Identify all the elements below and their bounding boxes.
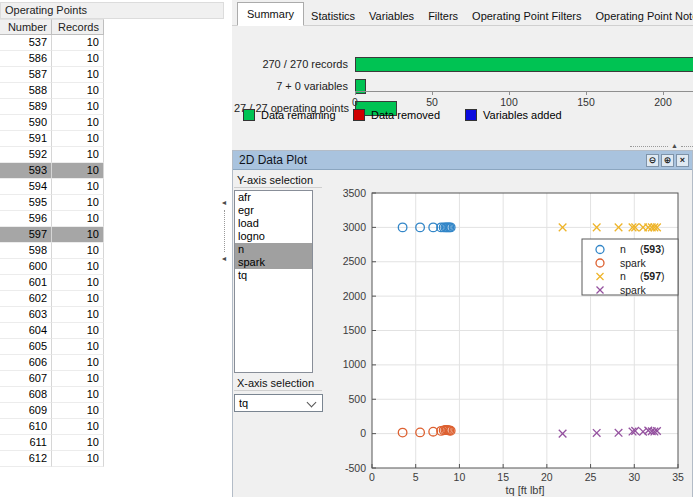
table-row[interactable]: 53710: [0, 35, 224, 51]
number-cell: 590: [0, 115, 52, 131]
table-row[interactable]: 59510: [0, 195, 224, 211]
number-cell: 593: [0, 163, 52, 179]
number-cell: 592: [0, 147, 52, 163]
records-cell: 10: [52, 259, 104, 275]
summary-x-axis: [355, 91, 693, 92]
number-cell: 612: [0, 451, 52, 467]
legend-swatch: [465, 109, 477, 121]
number-cell: 594: [0, 179, 52, 195]
table-row[interactable]: 59110: [0, 131, 224, 147]
y-axis-item-spark[interactable]: spark: [235, 256, 312, 269]
tab-summary[interactable]: Summary: [237, 2, 304, 26]
svg-text:3000: 3000: [343, 221, 367, 233]
vertical-splitter[interactable]: ◄ ◄: [218, 198, 230, 264]
svg-text:0: 0: [369, 471, 375, 483]
tab-filters[interactable]: Filters: [421, 5, 465, 26]
records-cell: 10: [52, 355, 104, 371]
number-cell: 608: [0, 387, 52, 403]
column-header-number: Number: [0, 19, 52, 35]
svg-text:2000: 2000: [343, 290, 367, 302]
table-row[interactable]: 61110: [0, 435, 224, 451]
legend-label: Data remaining: [261, 109, 336, 121]
table-row[interactable]: 61210: [0, 451, 224, 467]
number-cell: 607: [0, 371, 52, 387]
horizontal-splitter[interactable]: ▲: [232, 142, 693, 150]
chevron-down-icon: [307, 398, 317, 408]
axis-tick-label: 200: [648, 96, 678, 108]
table-row[interactable]: 59810: [0, 243, 224, 259]
number-cell: 588: [0, 83, 52, 99]
table-row[interactable]: 60810: [0, 387, 224, 403]
number-cell: 600: [0, 259, 52, 275]
table-row[interactable]: 60910: [0, 403, 224, 419]
table-row[interactable]: 60610: [0, 355, 224, 371]
y-axis-item-load[interactable]: load: [235, 217, 312, 230]
table-row[interactable]: 60510: [0, 339, 224, 355]
tab-statistics[interactable]: Statistics: [304, 5, 362, 26]
table-row[interactable]: 59010: [0, 115, 224, 131]
records-cell: 10: [52, 99, 104, 115]
table-row[interactable]: 59410: [0, 179, 224, 195]
y-axis-item-n[interactable]: n: [235, 243, 312, 256]
splitter-handle[interactable]: [630, 146, 668, 147]
y-axis-item-egr[interactable]: egr: [235, 204, 312, 217]
table-header-row: NumberRecords: [0, 19, 224, 35]
table-row[interactable]: 60110: [0, 275, 224, 291]
data-editor-panel: SummaryStatisticsVariablesFiltersOperati…: [232, 0, 693, 142]
number-cell: 602: [0, 291, 52, 307]
table-row[interactable]: 59710: [0, 227, 224, 243]
number-cell: 605: [0, 339, 52, 355]
table-row[interactable]: 58910: [0, 99, 224, 115]
tab-operating-point-notes[interactable]: Operating Point Notes: [589, 5, 693, 26]
records-cell: 10: [52, 307, 104, 323]
table-row[interactable]: 60710: [0, 371, 224, 387]
table-row[interactable]: 59310: [0, 163, 224, 179]
table-row[interactable]: 60210: [0, 291, 224, 307]
collapse-up-icon[interactable]: ▲: [671, 142, 678, 150]
table-row[interactable]: 61010: [0, 419, 224, 435]
records-cell: 10: [52, 83, 104, 99]
table-row[interactable]: 60410: [0, 323, 224, 339]
summary-bar: [355, 57, 693, 72]
tab-variables[interactable]: Variables: [362, 5, 421, 26]
svg-text:0: 0: [360, 427, 366, 439]
svg-text:30: 30: [628, 471, 640, 483]
collapse-left-icon[interactable]: ◄: [221, 198, 228, 208]
table-row[interactable]: 60310: [0, 307, 224, 323]
table-row[interactable]: 58710: [0, 67, 224, 83]
y-axis-item-logno[interactable]: logno: [235, 230, 312, 243]
svg-text:500: 500: [348, 393, 366, 405]
number-cell: 591: [0, 131, 52, 147]
number-cell: 609: [0, 403, 52, 419]
records-cell: 10: [52, 179, 104, 195]
legend-label: Variables added: [483, 109, 562, 121]
y-axis-item-afr[interactable]: afr: [235, 191, 312, 204]
svg-text:2500: 2500: [343, 255, 367, 267]
records-cell: 10: [52, 403, 104, 419]
table-row[interactable]: 59210: [0, 147, 224, 163]
operating-points-table: 5371058610587105881058910590105911059210…: [0, 35, 224, 467]
x-axis-title: tq [ft lbf]: [505, 484, 544, 496]
records-cell: 10: [52, 211, 104, 227]
svg-text:1000: 1000: [343, 358, 367, 370]
records-cell: 10: [52, 67, 104, 83]
axis-tick-label: 100: [494, 96, 524, 108]
svg-text:-500: -500: [345, 462, 366, 474]
2d-data-plot-panel: 2D Data Plot ⊖⊕× Y-axis selection afregr…: [232, 150, 693, 497]
svg-text:15: 15: [497, 471, 509, 483]
splitter-handle[interactable]: [681, 146, 693, 147]
number-cell: 597: [0, 227, 52, 243]
legend-group: (593): [640, 243, 665, 255]
legend-label: spark: [620, 284, 646, 296]
collapse-left-icon[interactable]: ◄: [221, 254, 228, 264]
y-axis-selection-list[interactable]: afregrloadlognonsparktq: [234, 190, 313, 373]
legend-swatch: [243, 109, 255, 121]
x-axis-combo[interactable]: tq: [234, 394, 323, 412]
y-axis-item-tq[interactable]: tq: [235, 269, 312, 282]
table-row[interactable]: 60010: [0, 259, 224, 275]
table-row[interactable]: 58810: [0, 83, 224, 99]
splitter-handle[interactable]: [224, 210, 225, 252]
table-row[interactable]: 59610: [0, 211, 224, 227]
tab-operating-point-filters[interactable]: Operating Point Filters: [465, 5, 588, 26]
table-row[interactable]: 58610: [0, 51, 224, 67]
